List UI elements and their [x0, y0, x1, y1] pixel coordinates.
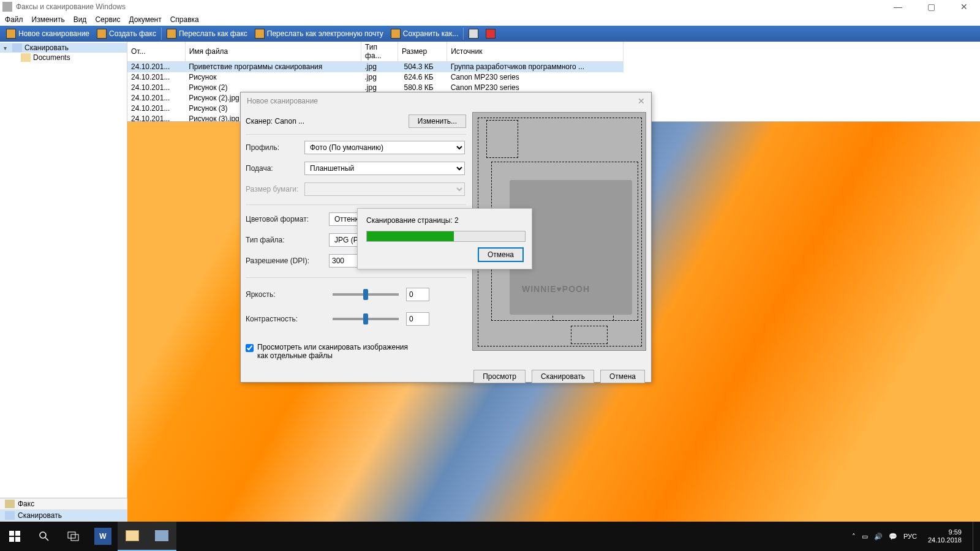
dialog-close-button[interactable]: ✕ [638, 96, 645, 106]
window-controls: — ▢ ✕ [887, 2, 975, 12]
search-icon[interactable] [29, 522, 59, 551]
progress-fill [367, 231, 454, 241]
minimize-button[interactable]: — [887, 2, 909, 12]
tb-create-fax-label: Создать факс [109, 29, 156, 38]
menu-file[interactable]: Файл [5, 15, 23, 24]
tb-save-as-label: Сохранить как... [403, 29, 458, 38]
file-row[interactable]: 24.10.201...Приветствие программы сканир… [127, 62, 624, 72]
cancel-button[interactable]: Отмена [600, 370, 645, 383]
brightness-label: Яркость: [246, 290, 329, 299]
col-source[interactable]: Источник [447, 42, 624, 62]
separator [161, 28, 162, 40]
scan-button[interactable]: Сканировать [532, 370, 594, 383]
mode-fax[interactable]: Факс [0, 498, 127, 510]
word-taskbar-icon[interactable]: W [88, 522, 118, 551]
tb-new-scan-label: Новое сканирование [18, 29, 89, 38]
folder-icon [21, 53, 31, 62]
scanner-icon [6, 29, 16, 39]
brightness-value[interactable] [406, 288, 429, 301]
separator [463, 28, 464, 40]
svg-rect-1 [15, 531, 20, 536]
menu-edit[interactable]: Изменить [32, 15, 65, 24]
menu-tools[interactable]: Сервис [95, 15, 120, 24]
tb-save-as[interactable]: Сохранить как... [387, 26, 462, 41]
tray-network-icon[interactable]: ▭ [862, 533, 868, 541]
color-format-label: Цветовой формат: [246, 215, 329, 223]
maximize-button[interactable]: ▢ [920, 2, 942, 12]
tree-documents-label: Documents [33, 53, 70, 62]
profile-select[interactable]: Фото (По умолчанию) [304, 141, 465, 154]
tb-new-scan[interactable]: Новое сканирование [2, 26, 93, 41]
email-icon [255, 29, 265, 39]
col-name[interactable]: Имя файла [185, 42, 361, 62]
titlebar: Факсы и сканирование Windows — ▢ ✕ [0, 0, 980, 13]
preview-button[interactable]: Просмотр [473, 370, 526, 383]
tb-delete[interactable] [482, 26, 499, 41]
file-row[interactable]: 24.10.201...Рисунок (2).jpg580.8 КБCanon… [127, 83, 624, 93]
tb-forward-email-label: Переслать как электронную почту [267, 29, 383, 38]
svg-line-5 [45, 538, 48, 541]
svg-point-4 [40, 532, 46, 538]
sidebar: ▾ Сканировать Documents [0, 42, 127, 522]
contrast-value[interactable] [406, 312, 429, 326]
separate-files-checkbox[interactable] [246, 344, 254, 352]
scan-mode-icon [5, 511, 15, 520]
window-title: Факсы и сканирование Windows [16, 2, 887, 11]
print-icon [469, 29, 478, 39]
tb-print[interactable] [465, 26, 482, 41]
tb-forward-fax-label: Переслать как факс [179, 29, 247, 38]
tree-root-label: Сканировать [24, 43, 69, 52]
menubar: Файл Изменить Вид Сервис Документ Справк… [0, 13, 980, 26]
save-icon [391, 29, 401, 39]
chevron-down-icon[interactable]: ▾ [4, 45, 10, 51]
source-select[interactable]: Планшетный [304, 162, 465, 175]
scanner-taskbar-icon[interactable] [147, 522, 176, 551]
svg-rect-7 [71, 534, 78, 541]
menu-view[interactable]: Вид [74, 15, 87, 24]
progress-cancel-button[interactable]: Отмена [478, 248, 523, 261]
tray-language[interactable]: РУС [903, 533, 917, 540]
tray-volume-icon[interactable]: 🔊 [874, 533, 883, 541]
app-icon [2, 2, 12, 12]
taskbar: W ˄ ▭ 🔊 💬 РУС 9:59 24.10.2018 [0, 522, 980, 551]
scan-progress-dialog: Сканирование страницы: 2 Отмена [357, 208, 532, 269]
mode-scan[interactable]: Сканировать [0, 510, 127, 522]
menu-help[interactable]: Справка [170, 15, 199, 24]
paper-size-select [304, 182, 465, 196]
dialog-title: Новое сканирование [247, 97, 638, 105]
scanner-tree-icon [12, 43, 22, 52]
mode-fax-label: Факс [18, 500, 34, 508]
progress-bar [366, 231, 526, 242]
toolbar: Новое сканирование Создать факс Переслат… [0, 26, 980, 42]
clock-date: 24.10.2018 [928, 536, 962, 544]
menu-document[interactable]: Документ [129, 15, 161, 24]
slider-thumb[interactable] [363, 313, 368, 324]
contrast-slider[interactable] [333, 318, 399, 320]
delete-icon [486, 29, 496, 39]
col-size[interactable]: Размер [398, 42, 447, 62]
file-row[interactable]: 24.10.201...Рисунок.jpg624.6 КБCanon MP2… [127, 72, 624, 83]
close-button[interactable]: ✕ [953, 2, 975, 12]
tb-forward-fax[interactable]: Переслать как факс [163, 26, 251, 41]
dialog-titlebar: Новое сканирование ✕ [241, 92, 651, 110]
tree-documents[interactable]: Documents [0, 53, 127, 62]
change-scanner-button[interactable]: Изменить... [409, 114, 466, 128]
tray-chevron-icon[interactable]: ˄ [852, 533, 856, 541]
col-type[interactable]: Тип фа... [361, 42, 398, 62]
tree-root-scan[interactable]: ▾ Сканировать [0, 43, 127, 53]
col-date[interactable]: От... [127, 42, 185, 62]
scanner-label: Сканер: Canon ... [246, 117, 409, 126]
task-view-icon[interactable] [59, 522, 88, 551]
dpi-label: Разрешение (DPI): [246, 257, 329, 265]
contrast-label: Контрастность: [246, 315, 329, 323]
start-button[interactable] [0, 522, 29, 551]
svg-rect-0 [9, 531, 14, 536]
tb-create-fax[interactable]: Создать факс [93, 26, 160, 41]
slider-thumb[interactable] [363, 289, 368, 300]
brightness-slider[interactable] [333, 293, 399, 296]
taskbar-clock[interactable]: 9:59 24.10.2018 [923, 528, 967, 544]
show-desktop-button[interactable] [973, 522, 976, 551]
explorer-taskbar-icon[interactable] [118, 522, 147, 551]
tray-action-center-icon[interactable]: 💬 [889, 533, 897, 541]
tb-forward-email[interactable]: Переслать как электронную почту [251, 26, 387, 41]
